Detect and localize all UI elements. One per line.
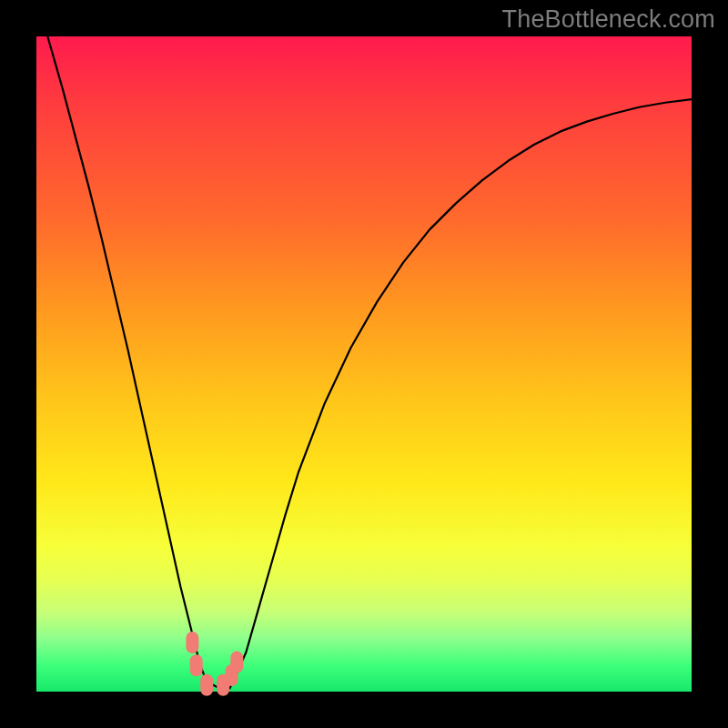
curve-marker — [200, 674, 213, 696]
curve-marker — [186, 632, 198, 653]
watermark-text: TheBottleneck.com — [501, 5, 715, 34]
chart-frame — [36, 36, 692, 692]
curve-marker — [230, 652, 243, 673]
bottleneck-curve-plot — [36, 36, 692, 692]
bottleneck-curve — [36, 0, 692, 688]
curve-marker — [190, 654, 203, 676]
